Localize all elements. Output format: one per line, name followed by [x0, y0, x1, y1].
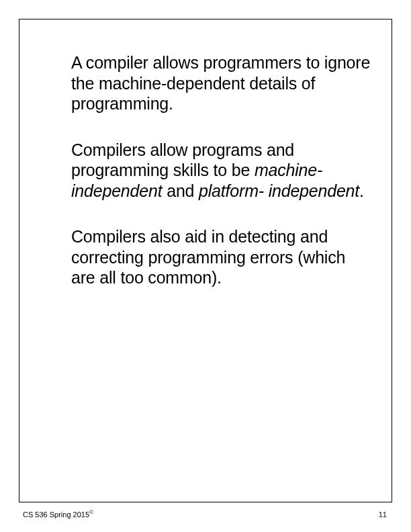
footer-course-info: CS 536 Spring 2015©: [23, 509, 93, 519]
para2-text3: .: [359, 181, 364, 200]
paragraph-3: Compilers also aid in detecting and corr…: [71, 226, 372, 288]
copyright-icon: ©: [89, 509, 93, 515]
para2-text2: and: [162, 181, 199, 200]
page-number: 11: [379, 511, 387, 519]
paragraph-1: A compiler allows programmers to ignore …: [71, 52, 372, 114]
para2-italic2: platform- independent: [199, 181, 359, 200]
slide-content: A compiler allows programmers to ignore …: [71, 52, 372, 314]
footer-left-text: CS 536 Spring 2015: [23, 511, 89, 519]
paragraph-2: Compilers allow programs and programming…: [71, 140, 372, 202]
